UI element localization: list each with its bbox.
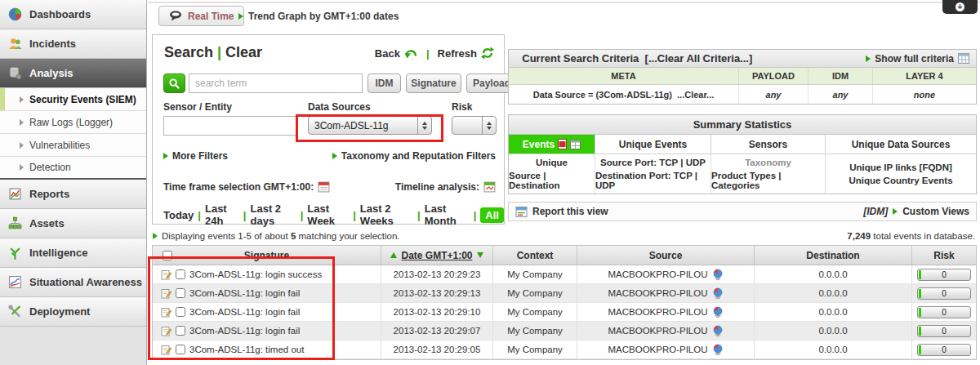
range-last-month[interactable]: Last Month — [425, 203, 470, 227]
sidebar-item-security-events-siem[interactable]: Security Events (SIEM) — [0, 88, 146, 111]
source-host-link[interactable]: MACBOOKPRO-PILOU — [608, 307, 707, 317]
data-sources-select[interactable]: 3Com-ADSL-11g — [308, 116, 432, 135]
source-host-link[interactable]: MACBOOKPRO-PILOU — [608, 326, 707, 336]
sidebar-item-situational-awareness[interactable]: Situational Awareness — [0, 268, 146, 297]
risk-button[interactable]: 0 — [917, 287, 971, 300]
sidebar-item-incidents[interactable]: Incidents — [0, 29, 146, 59]
add-tab-button[interactable]: + — [942, 0, 978, 14]
unique-link[interactable]: Unique — [536, 158, 568, 167]
risk-button[interactable]: 0 — [917, 269, 971, 281]
range-last-2-weeks[interactable]: Last 2 Weeks — [360, 203, 413, 227]
date-header-label[interactable]: Date GMT+1:00 — [401, 250, 472, 261]
destination-port-link[interactable]: Destination Port: TCP | UDP — [595, 171, 710, 190]
show-full-criteria-link[interactable]: Show full criteria — [866, 53, 976, 65]
back-arrow-icon[interactable] — [404, 47, 418, 60]
source-host-link[interactable]: MACBOOKPRO-PILOU — [608, 269, 707, 279]
row-checkbox[interactable] — [176, 269, 185, 279]
sidebar-item-detection[interactable]: Detection — [0, 157, 146, 180]
note-icon[interactable] — [161, 307, 172, 318]
range-today[interactable]: Today — [163, 209, 194, 221]
range-last-week[interactable]: Last Week — [307, 203, 349, 227]
sidebar-item-reports[interactable]: Reports — [0, 180, 146, 209]
risk-stripe — [919, 308, 921, 317]
note-icon[interactable] — [161, 326, 172, 336]
signature-link[interactable]: 3Com-ADSL-11g: login fail — [189, 326, 300, 336]
search-link[interactable]: Search — [164, 44, 213, 60]
source-port-link[interactable]: Source Port: TCP | UDP — [600, 158, 706, 167]
source-host-link[interactable]: MACBOOKPRO-PILOU — [608, 345, 707, 354]
sidebar-item-dashboards[interactable]: Dashboards — [0, 0, 146, 29]
host-icon[interactable] — [712, 306, 724, 318]
risk-select[interactable] — [452, 116, 497, 135]
signature-link[interactable]: 3Com-ADSL-11g: login fail — [189, 307, 300, 317]
time-range-links: Today| Last 24h| Last 2 days| Last Week|… — [163, 203, 504, 227]
note-icon[interactable] — [161, 288, 172, 299]
product-types-categories-link[interactable]: Product Types | Categories — [711, 171, 825, 190]
row-checkbox[interactable] — [176, 307, 185, 317]
sidebar-item-assets[interactable]: Assets — [0, 209, 146, 238]
sidebar-item-deployment[interactable]: Deployment — [0, 297, 146, 327]
calendar-icon[interactable] — [318, 180, 330, 193]
source-host-link[interactable]: MACBOOKPRO-PILOU — [608, 288, 707, 298]
tab-events[interactable]: Events — [509, 135, 595, 154]
signature-link[interactable]: 3Com-ADSL-11g: login success — [189, 269, 322, 279]
unique-ip-links-link[interactable]: Unique IP links [FQDN] — [849, 162, 952, 172]
idm-button[interactable]: IDM — [368, 73, 401, 93]
tab-unique-data-sources[interactable]: Unique Data Sources — [826, 135, 976, 154]
sidebar-item-raw-logs[interactable]: Raw Logs (Logger) — [0, 111, 146, 134]
signature-link[interactable]: 3Com-ADSL-11g: timed out — [189, 345, 304, 354]
spreadsheet-export-icon[interactable] — [570, 140, 581, 149]
pdf-export-icon[interactable] — [558, 139, 567, 149]
taxonomy-link[interactable]: Taxonomy — [745, 158, 791, 167]
meta-clear-link[interactable]: ...Clear... — [677, 90, 714, 100]
signature-button[interactable]: Signature — [406, 73, 461, 93]
clear-link[interactable]: Clear — [225, 44, 262, 60]
report-this-view-link[interactable]: Report this view — [515, 206, 608, 217]
refresh-link[interactable]: Refresh — [438, 47, 477, 60]
host-icon[interactable] — [712, 287, 724, 299]
date-column-header[interactable]: Date GMT+1:00 — [381, 246, 493, 265]
play-arrow-icon — [332, 153, 337, 159]
range-all-button[interactable]: All — [480, 207, 504, 223]
sidebar-subitem-label: Detection — [29, 162, 71, 173]
range-last-24h[interactable]: Last 24h — [205, 203, 239, 227]
timeline-calendar-icon[interactable] — [483, 180, 496, 193]
search-input[interactable] — [189, 73, 363, 93]
search-submit-button[interactable] — [163, 73, 185, 93]
source-destination-link[interactable]: Source | Destination — [509, 171, 595, 190]
range-last-2-days[interactable]: Last 2 days — [250, 203, 296, 227]
custom-views-link[interactable]: Custom Views — [902, 206, 969, 217]
host-icon[interactable] — [712, 325, 724, 336]
host-icon[interactable] — [712, 344, 724, 355]
note-icon[interactable] — [161, 269, 172, 280]
back-link[interactable]: Back — [375, 47, 400, 60]
note-icon[interactable] — [161, 345, 172, 355]
trend-graph-link[interactable]: Trend Graph by GMT+1:00 dates — [238, 11, 399, 22]
taxonomy-filters-link[interactable]: Taxonomy and Reputation Filters — [332, 150, 496, 162]
event-destination: 0.0.0.0 — [755, 341, 912, 358]
risk-button[interactable]: 0 — [917, 325, 971, 337]
tab-sensors[interactable]: Sensors — [711, 135, 826, 154]
sensor-entity-input[interactable] — [163, 116, 297, 136]
row-checkbox[interactable] — [176, 288, 185, 298]
signature-link[interactable]: 3Com-ADSL-11g: login fail — [189, 288, 300, 298]
risk-button[interactable]: 0 — [917, 344, 971, 356]
sidebar-item-intelligence[interactable]: Intelligence — [0, 238, 146, 268]
row-checkbox[interactable] — [176, 345, 185, 354]
event-destination: 0.0.0.0 — [755, 322, 912, 340]
clear-all-criteria-link[interactable]: [...Clear All Criteria...] — [645, 52, 753, 65]
layer4-value: none — [873, 85, 976, 104]
sidebar-item-analysis[interactable]: Analysis — [0, 59, 146, 88]
criteria-column-headers: META PAYLOAD IDM LAYER 4 — [509, 68, 976, 85]
row-checkbox[interactable] — [176, 326, 185, 336]
tab-unique-events[interactable]: Unique Events — [595, 135, 711, 154]
risk-button[interactable]: 0 — [917, 306, 971, 318]
unique-country-events-link[interactable]: Unique Country Events — [849, 176, 952, 185]
sort-ascending-icon[interactable] — [390, 252, 397, 258]
real-time-button[interactable]: Real Time — [158, 6, 244, 26]
refresh-icon[interactable] — [481, 47, 494, 60]
host-icon[interactable] — [712, 269, 724, 280]
more-filters-link[interactable]: More Filters — [163, 150, 228, 162]
sidebar-item-vulnerabilities[interactable]: Vulnerabilities — [0, 134, 146, 157]
sort-descending-icon[interactable] — [477, 252, 483, 258]
